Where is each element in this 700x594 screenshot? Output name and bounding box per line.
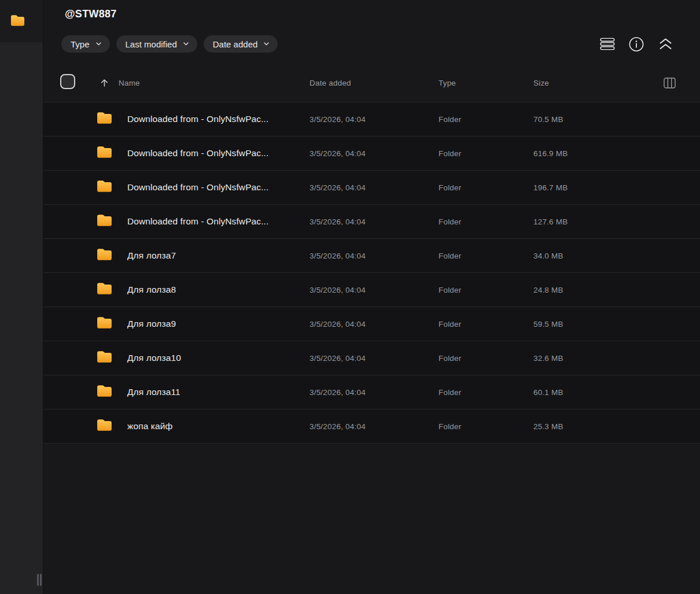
table-row[interactable]: Для лолза7 3/5/2026, 04:04 Folder 34.0 M…: [43, 239, 700, 273]
file-type: Folder: [439, 286, 461, 294]
view-toolbar: [600, 36, 673, 51]
file-list: Downloaded from - OnlyNsfwPac... 3/5/202…: [43, 102, 700, 444]
filter-type[interactable]: Type: [61, 35, 110, 53]
file-size: 196.7 MB: [533, 183, 568, 192]
file-type: Folder: [439, 388, 461, 397]
folder-icon: [96, 418, 113, 434]
filter-bar: Type Last modified Date added: [61, 35, 278, 53]
folder-icon: [96, 282, 113, 298]
file-size: 32.6 MB: [533, 354, 563, 363]
file-size: 25.3 MB: [533, 422, 563, 431]
info-icon[interactable]: [629, 36, 644, 51]
file-size: 59.5 MB: [533, 320, 563, 329]
file-type: Folder: [439, 320, 461, 329]
folder-icon: [96, 248, 113, 264]
file-date-added: 3/5/2026, 04:04: [310, 252, 366, 260]
table-row[interactable]: Для лолза8 3/5/2026, 04:04 Folder 24.8 M…: [43, 273, 700, 307]
file-date-added: 3/5/2026, 04:04: [310, 388, 366, 397]
sidebar-item-current-folder[interactable]: [0, 0, 43, 42]
table-row[interactable]: Downloaded from - OnlyNsfwPac... 3/5/202…: [43, 102, 700, 136]
select-all-checkbox[interactable]: [60, 74, 75, 89]
file-name: Downloaded from - OnlyNsfwPac...: [127, 114, 268, 124]
file-manager-window: @STW887 Type Last modified Date added: [0, 0, 700, 594]
table-row[interactable]: жопа кайф 3/5/2026, 04:04 Folder 25.3 MB: [43, 409, 700, 444]
file-type: Folder: [439, 354, 461, 363]
columns-settings-icon[interactable]: [663, 77, 676, 88]
file-type: Folder: [439, 183, 461, 192]
folder-icon: [96, 145, 113, 161]
filter-date-added-label: Date added: [213, 39, 258, 49]
folder-icon: [96, 179, 113, 195]
file-size: 616.9 MB: [533, 149, 568, 158]
list-view-icon[interactable]: [600, 36, 615, 51]
file-name: Downloaded from - OnlyNsfwPac...: [127, 148, 268, 158]
file-size: 34.0 MB: [533, 252, 563, 260]
file-name: Downloaded from - OnlyNsfwPac...: [127, 182, 268, 193]
file-size: 24.8 MB: [533, 286, 563, 294]
file-date-added: 3/5/2026, 04:04: [310, 115, 366, 124]
column-header-size[interactable]: Size: [533, 79, 549, 87]
file-name: Для лолза8: [127, 285, 176, 295]
filter-type-label: Type: [71, 39, 90, 49]
file-size: 127.6 MB: [533, 217, 568, 226]
chevron-down-icon: [95, 39, 102, 49]
filter-date-added[interactable]: Date added: [204, 35, 278, 53]
table-row[interactable]: Для лолза9 3/5/2026, 04:04 Folder 59.5 M…: [43, 307, 700, 341]
file-name: Для лолза10: [127, 353, 181, 363]
column-header-date-added[interactable]: Date added: [310, 79, 351, 87]
table-row[interactable]: Downloaded from - OnlyNsfwPac... 3/5/202…: [43, 205, 700, 239]
table-header: Name Date added Type Size: [43, 64, 700, 102]
file-name: Для лолза7: [127, 250, 176, 261]
file-name: Для лолза11: [127, 387, 180, 397]
table-row[interactable]: Downloaded from - OnlyNsfwPac... 3/5/202…: [43, 136, 700, 171]
chevron-down-icon: [182, 39, 190, 49]
file-date-added: 3/5/2026, 04:04: [310, 149, 366, 158]
sidebar-resize-handle[interactable]: [37, 574, 42, 586]
file-name: Для лолза9: [127, 319, 176, 329]
file-date-added: 3/5/2026, 04:04: [310, 354, 366, 363]
filter-last-modified-label: Last modified: [126, 39, 177, 49]
folder-icon: [96, 111, 113, 127]
collapse-up-icon[interactable]: [658, 36, 673, 51]
table-row[interactable]: Для лолза10 3/5/2026, 04:04 Folder 32.6 …: [43, 341, 700, 375]
file-date-added: 3/5/2026, 04:04: [310, 183, 366, 192]
file-type: Folder: [439, 422, 461, 431]
filter-last-modified[interactable]: Last modified: [116, 35, 197, 53]
sort-ascending-icon[interactable]: [99, 78, 109, 88]
file-date-added: 3/5/2026, 04:04: [310, 217, 366, 226]
file-size: 60.1 MB: [533, 388, 563, 397]
file-type: Folder: [439, 149, 461, 158]
file-type: Folder: [439, 252, 461, 260]
file-type: Folder: [439, 217, 461, 226]
file-name: Downloaded from - OnlyNsfwPac...: [127, 216, 268, 227]
sidebar: [0, 0, 43, 594]
folder-icon: [96, 213, 113, 230]
page-title: @STW887: [65, 8, 117, 20]
file-type: Folder: [439, 115, 461, 124]
file-name: жопа кайф: [127, 421, 172, 431]
file-date-added: 3/5/2026, 04:04: [310, 320, 366, 329]
main-content: @STW887 Type Last modified Date added: [43, 0, 700, 594]
folder-icon: [96, 350, 113, 366]
folder-icon: [96, 316, 113, 332]
column-header-type[interactable]: Type: [439, 79, 456, 87]
column-header-name[interactable]: Name: [119, 79, 140, 87]
folder-icon: [96, 384, 113, 400]
table-row[interactable]: Downloaded from - OnlyNsfwPac... 3/5/202…: [43, 171, 700, 205]
file-date-added: 3/5/2026, 04:04: [310, 286, 366, 294]
table-row[interactable]: Для лолза11 3/5/2026, 04:04 Folder 60.1 …: [43, 375, 700, 409]
file-size: 70.5 MB: [533, 115, 563, 124]
file-date-added: 3/5/2026, 04:04: [310, 422, 366, 431]
chevron-down-icon: [263, 39, 270, 49]
